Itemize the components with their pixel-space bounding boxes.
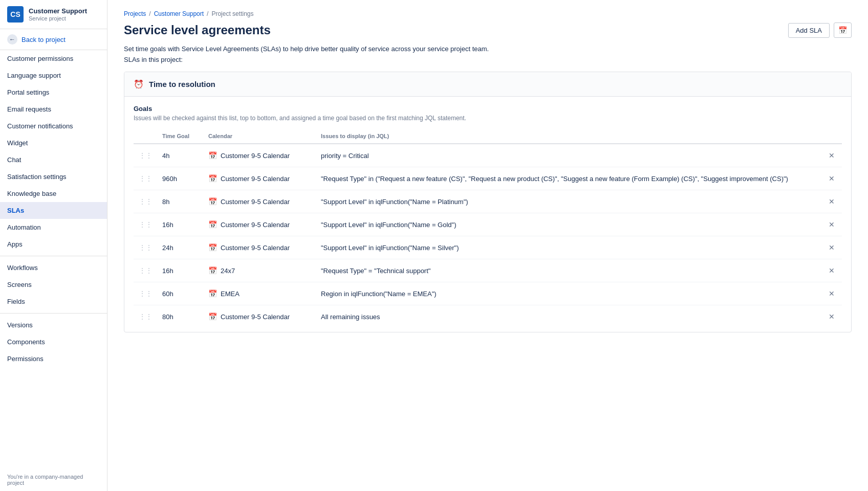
sidebar-item-customer-notifications[interactable]: Customer notifications [0, 118, 107, 135]
col-actions-header [821, 129, 842, 144]
delete-cell: ✕ [821, 144, 842, 167]
sidebar-item-language-support[interactable]: Language support [0, 67, 107, 84]
sidebar-item-apps[interactable]: Apps [0, 236, 107, 253]
sidebar-item-satisfaction-settings[interactable]: Satisfaction settings [0, 168, 107, 185]
table-row: ⋮⋮60h📅EMEARegion in iqlFunction("Name = … [134, 282, 842, 305]
divider-1 [0, 256, 107, 256]
sidebar-item-portal-settings[interactable]: Portal settings [0, 84, 107, 101]
sidebar-item-fields[interactable]: Fields [0, 293, 107, 310]
calendar-settings-button[interactable]: 📅 [834, 23, 852, 38]
time-goal-cell: 16h [157, 213, 203, 236]
breadcrumb-sep-2: / [207, 10, 208, 17]
time-goal-cell: 960h [157, 167, 203, 190]
sidebar-item-chat[interactable]: Chat [0, 151, 107, 168]
time-goal-cell: 80h [157, 305, 203, 328]
calendar-cell: 📅Customer 9-5 Calendar [203, 144, 316, 167]
delete-row-button[interactable]: ✕ [827, 242, 837, 253]
sidebar-item-slas[interactable]: SLAs [0, 202, 107, 219]
col-time-goal-header: Time Goal [157, 129, 203, 144]
project-title: Customer Support [29, 7, 87, 16]
sidebar-item-workflows[interactable]: Workflows [0, 259, 107, 276]
calendar-icon: 📅 [208, 313, 217, 321]
sidebar-item-knowledge-base[interactable]: Knowledge base [0, 185, 107, 202]
sidebar-nav-config: Workflows Screens Fields [0, 259, 107, 310]
delete-row-button[interactable]: ✕ [827, 196, 837, 207]
sidebar-item-email-requests[interactable]: Email requests [0, 101, 107, 118]
breadcrumb-project-settings: Project settings [211, 10, 253, 17]
calendar-name: Customer 9-5 Calendar [221, 152, 290, 160]
calendar-name: Customer 9-5 Calendar [221, 175, 290, 183]
drag-dots-icon: ⋮⋮ [139, 197, 152, 206]
drag-handle[interactable]: ⋮⋮ [134, 213, 157, 236]
back-icon: ← [7, 34, 17, 44]
calendar-cell: 📅Customer 9-5 Calendar [203, 236, 316, 259]
table-header: Time Goal Calendar Issues to display (in… [134, 129, 842, 144]
sla-card-time-to-resolution: ⏰ Time to resolution Goals Issues will b… [124, 72, 852, 332]
drag-dots-icon: ⋮⋮ [139, 174, 152, 183]
calendar-cell: 📅Customer 9-5 Calendar [203, 190, 316, 213]
drag-dots-icon: ⋮⋮ [139, 289, 152, 298]
divider-2 [0, 313, 107, 314]
table-row: ⋮⋮8h📅Customer 9-5 Calendar"Support Level… [134, 190, 842, 213]
drag-handle[interactable]: ⋮⋮ [134, 144, 157, 167]
slas-in-project-label: SLAs in this project: [124, 56, 852, 63]
calendar-cell: 📅Customer 9-5 Calendar [203, 167, 316, 190]
sidebar-item-versions[interactable]: Versions [0, 317, 107, 333]
calendar-icon: 📅 [208, 197, 217, 206]
clock-icon: ⏰ [134, 79, 144, 89]
time-goal-cell: 8h [157, 190, 203, 213]
breadcrumb-projects[interactable]: Projects [124, 10, 146, 17]
jql-cell: priority = Critical [316, 144, 821, 167]
delete-row-button[interactable]: ✕ [827, 219, 837, 230]
delete-row-button[interactable]: ✕ [827, 288, 837, 299]
drag-handle[interactable]: ⋮⋮ [134, 305, 157, 328]
calendar-icon: 📅 [208, 174, 217, 183]
drag-handle[interactable]: ⋮⋮ [134, 190, 157, 213]
goals-title: Goals [134, 105, 842, 113]
delete-cell: ✕ [821, 282, 842, 305]
jql-cell: Region in iqlFunction("Name = EMEA") [316, 282, 821, 305]
delete-row-button[interactable]: ✕ [827, 173, 837, 184]
drag-handle[interactable]: ⋮⋮ [134, 282, 157, 305]
calendar-name: Customer 9-5 Calendar [221, 221, 290, 229]
delete-cell: ✕ [821, 213, 842, 236]
sidebar-item-widget[interactable]: Widget [0, 135, 107, 151]
drag-dots-icon: ⋮⋮ [139, 243, 152, 252]
calendar-name: 24x7 [221, 267, 235, 275]
jql-cell: "Request Type" in ("Request a new featur… [316, 167, 821, 190]
drag-handle[interactable]: ⋮⋮ [134, 167, 157, 190]
sidebar-item-components[interactable]: Components [0, 333, 107, 350]
delete-row-button[interactable]: ✕ [827, 150, 837, 161]
drag-handle[interactable]: ⋮⋮ [134, 259, 157, 282]
add-sla-button[interactable]: Add SLA [788, 23, 830, 38]
calendar-name: Customer 9-5 Calendar [221, 198, 290, 206]
breadcrumb-customer-support[interactable]: Customer Support [154, 10, 204, 17]
drag-dots-icon: ⋮⋮ [139, 151, 152, 160]
calendar-name: EMEA [221, 290, 240, 298]
table-row: ⋮⋮80h📅Customer 9-5 CalendarAll remaining… [134, 305, 842, 328]
back-label: Back to project [21, 36, 66, 43]
sidebar-footer: You're in a company-managed project [0, 468, 107, 491]
calendar-name: Customer 9-5 Calendar [221, 244, 290, 252]
calendar-icon: 📅 [208, 289, 217, 298]
sidebar-item-screens[interactable]: Screens [0, 276, 107, 293]
drag-handle[interactable]: ⋮⋮ [134, 236, 157, 259]
delete-row-button[interactable]: ✕ [827, 311, 837, 322]
calendar-cell: 📅24x7 [203, 259, 316, 282]
delete-cell: ✕ [821, 259, 842, 282]
sidebar-item-automation[interactable]: Automation [0, 219, 107, 236]
sidebar-item-permissions[interactable]: Permissions [0, 350, 107, 367]
back-to-project[interactable]: ← Back to project [0, 29, 107, 50]
sla-goals-table: Time Goal Calendar Issues to display (in… [134, 129, 842, 328]
sidebar-item-customer-permissions[interactable]: Customer permissions [0, 50, 107, 67]
calendar-icon: 📅 [208, 266, 217, 275]
calendar-cell: 📅Customer 9-5 Calendar [203, 213, 316, 236]
table-row: ⋮⋮960h📅Customer 9-5 Calendar"Request Typ… [134, 167, 842, 190]
time-goal-cell: 60h [157, 282, 203, 305]
header-actions: Add SLA 📅 [788, 23, 852, 38]
drag-dots-icon: ⋮⋮ [139, 313, 152, 321]
delete-row-button[interactable]: ✕ [827, 265, 837, 276]
table-body: ⋮⋮4h📅Customer 9-5 Calendarpriority = Cri… [134, 144, 842, 328]
main-content: Projects / Customer Support / Project se… [107, 0, 868, 491]
calendar-icon: 📅 [208, 220, 217, 229]
